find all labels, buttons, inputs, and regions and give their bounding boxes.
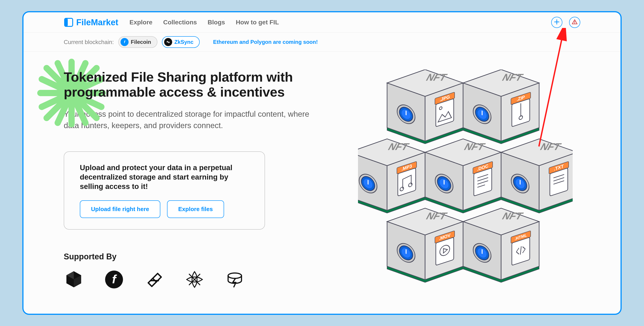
nav-blogs[interactable]: Blogs — [208, 19, 225, 26]
filecoin-icon: f — [120, 38, 128, 46]
logo-text: FileMarket — [76, 18, 118, 27]
partner-logo-filecoin: f — [104, 270, 124, 290]
nav-right — [551, 17, 580, 28]
blockchain-label: Current blockchain: — [64, 39, 114, 46]
main-content: Tokenized File Sharing platform with pro… — [24, 52, 620, 315]
app-window: FileMarket Explore Collections Blogs How… — [22, 11, 622, 315]
chain-zksync[interactable]: ZkSync — [162, 36, 200, 48]
top-nav: FileMarket Explore Collections Blogs How… — [24, 12, 620, 33]
partner-logo-5 — [225, 270, 245, 290]
nft-cubes-illustration: NFT .JPG — [358, 70, 573, 306]
illustration-column: NFT .JPG — [350, 70, 580, 306]
chain-filecoin-label: Filecoin — [131, 39, 151, 45]
add-button[interactable] — [551, 17, 562, 28]
partner-logo-3 — [144, 270, 164, 290]
partner-logo-4 — [184, 270, 204, 290]
nav-links: Explore Collections Blogs How to get FIL — [130, 19, 279, 26]
upload-file-button[interactable]: Upload file right here — [80, 200, 160, 218]
supported-title: Supported By — [64, 252, 332, 262]
plus-icon — [554, 19, 560, 26]
zksync-icon — [164, 38, 172, 46]
blockchain-bar: Current blockchain: f Filecoin ZkSync Et… — [24, 33, 620, 52]
svg-text:f: f — [124, 40, 126, 44]
action-card: Upload and protect your data in a perpet… — [64, 151, 265, 230]
supported-section: Supported By — [64, 252, 332, 290]
chain-filecoin[interactable]: f Filecoin — [118, 36, 158, 48]
nav-explore[interactable]: Explore — [130, 19, 152, 26]
svg-rect-1 — [64, 18, 68, 26]
logo[interactable]: FileMarket — [64, 18, 118, 27]
chain-zksync-label: ZkSync — [174, 39, 194, 45]
action-title: Upload and protect your data in a perpet… — [80, 163, 249, 192]
nav-how-to-get-fil[interactable]: How to get FIL — [236, 19, 279, 26]
coming-soon-text: Ethereum and Polygon are coming soon! — [213, 39, 318, 45]
nav-collections[interactable]: Collections — [163, 19, 197, 26]
alert-button[interactable] — [569, 17, 580, 28]
hero-title-line2: programmable access & incentives — [64, 84, 285, 100]
alert-icon — [572, 19, 578, 26]
partner-logo-1 — [64, 270, 84, 290]
hero-column: Tokenized File Sharing platform with pro… — [64, 70, 332, 306]
action-buttons: Upload file right here Explore files — [80, 200, 249, 218]
hero-title-line1: Tokenized File Sharing platform with — [64, 70, 293, 84]
explore-files-button[interactable]: Explore files — [167, 200, 224, 218]
logo-icon — [64, 18, 74, 27]
svg-point-19 — [228, 273, 242, 278]
hero-title: Tokenized File Sharing platform with pro… — [64, 70, 332, 100]
svg-point-5 — [574, 23, 575, 24]
supported-logos: f — [64, 270, 332, 290]
